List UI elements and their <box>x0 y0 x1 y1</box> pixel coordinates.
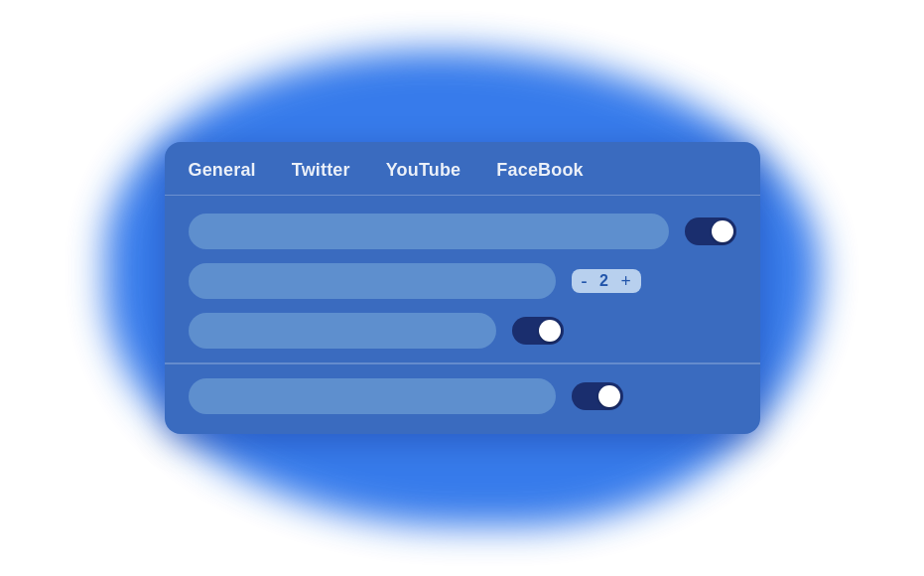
tab-youtube[interactable]: YouTube <box>386 160 462 181</box>
stepper-plus-button[interactable]: + <box>621 272 631 290</box>
input-bar-3[interactable] <box>189 313 496 349</box>
tab-twitter[interactable]: Twitter <box>292 160 350 181</box>
toggle-knob-4 <box>598 385 620 407</box>
toggle-3[interactable] <box>512 317 564 345</box>
settings-row-3 <box>189 313 736 349</box>
main-content: - 2 + <box>165 196 760 359</box>
tab-bar: General Twitter YouTube FaceBook <box>165 142 760 196</box>
tab-facebook[interactable]: FaceBook <box>496 160 583 181</box>
stepper-minus-button[interactable]: - <box>582 272 588 290</box>
bottom-content <box>165 368 760 434</box>
section-divider <box>165 362 760 364</box>
settings-row-2: - 2 + <box>189 263 736 299</box>
input-bar-2[interactable] <box>189 263 556 299</box>
toggle-4[interactable] <box>572 382 623 410</box>
input-bar-4[interactable] <box>189 378 556 414</box>
settings-row-1 <box>189 214 736 249</box>
settings-panel: General Twitter YouTube FaceBook - 2 + <box>165 142 760 434</box>
toggle-knob-3 <box>539 320 561 342</box>
toggle-knob-1 <box>712 220 733 242</box>
stepper-control[interactable]: - 2 + <box>572 269 641 293</box>
toggle-1[interactable] <box>685 217 736 245</box>
tab-general[interactable]: General <box>189 160 256 181</box>
settings-row-4 <box>189 378 736 414</box>
stepper-value: 2 <box>597 272 611 290</box>
input-bar-1[interactable] <box>189 214 669 249</box>
